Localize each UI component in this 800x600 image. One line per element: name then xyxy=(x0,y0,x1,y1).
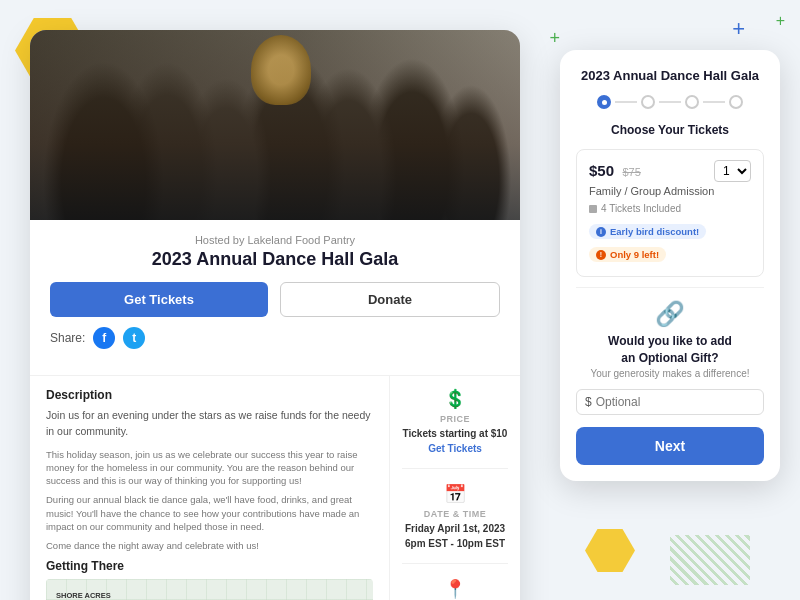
event-sidebar-info: 💲 PRICE Tickets starting at $10 Get Tick… xyxy=(390,376,520,600)
location-icon: 📍 xyxy=(444,578,466,600)
share-row: Share: f t xyxy=(50,327,500,349)
location-info-block: 📍 LOCATION xyxy=(402,578,508,600)
ticket-included-dot xyxy=(589,205,597,213)
ticket-included-label: 4 Tickets Included xyxy=(601,203,681,214)
share-label: Share: xyxy=(50,331,85,345)
map-placeholder: SHORE ACRES NORTH LAKE WIRE PARKER STREE… xyxy=(46,579,373,600)
donate-button[interactable]: Donate xyxy=(280,282,500,317)
step-3 xyxy=(685,95,699,109)
date-label: DATE & TIME xyxy=(424,509,486,519)
description-text-2: This holiday season, join us as we celeb… xyxy=(46,448,373,488)
step-2 xyxy=(641,95,655,109)
step-line-3 xyxy=(703,101,725,103)
plus-top-center: + xyxy=(549,28,560,49)
gift-title-line2: an Optional Gift? xyxy=(576,351,764,365)
facebook-share-icon[interactable]: f xyxy=(93,327,115,349)
ticket-panel-title: 2023 Annual Dance Hall Gala xyxy=(576,68,764,83)
date-info-block: 📅 DATE & TIME Friday April 1st, 2023 6pm… xyxy=(402,483,508,549)
ticket-item: $50 $75 1 2 3 4 Family / Group Admission… xyxy=(576,149,764,277)
ticket-quantity-select[interactable]: 1 2 3 4 xyxy=(714,160,751,182)
gift-subtitle: Your generosity makes a difference! xyxy=(576,368,764,379)
getting-there-title: Getting There xyxy=(46,559,373,573)
event-hero-image xyxy=(30,30,520,220)
ticket-price-display: $50 $75 xyxy=(589,162,641,180)
twitter-share-icon[interactable]: t xyxy=(123,327,145,349)
step-1 xyxy=(597,95,611,109)
step-line-2 xyxy=(659,101,681,103)
limited-badge: ! Only 9 left! xyxy=(589,247,666,262)
gift-title-line1: Would you like to add xyxy=(576,334,764,348)
stripe-bottom-right xyxy=(670,535,750,585)
gift-amount-input[interactable] xyxy=(596,395,755,409)
gift-input-wrap: $ xyxy=(576,389,764,415)
info-divider-2 xyxy=(402,563,508,564)
gift-icon: 🔗 xyxy=(576,300,764,328)
event-info-section: Hosted by Lakeland Food Pantry 2023 Annu… xyxy=(30,220,520,375)
time-value: 6pm EST - 10pm EST xyxy=(405,538,505,549)
description-text-4: Come dance the night away and celebrate … xyxy=(46,539,373,552)
ticket-price-row: $50 $75 1 2 3 4 xyxy=(589,160,751,182)
hosted-by-label: Hosted by Lakeland Food Pantry xyxy=(50,234,500,246)
info-divider-1 xyxy=(402,468,508,469)
ticket-name: Family / Group Admission xyxy=(589,185,751,197)
map-label-shore-acres: SHORE ACRES xyxy=(56,591,111,600)
gift-dollar-sign: $ xyxy=(585,395,592,409)
date-value: Friday April 1st, 2023 xyxy=(405,523,505,534)
hex-yellow-bottom-right xyxy=(585,529,635,572)
step-line-1 xyxy=(615,101,637,103)
ticket-price-old: $75 xyxy=(622,166,640,178)
get-tickets-button[interactable]: Get Tickets xyxy=(50,282,268,317)
limited-icon: ! xyxy=(596,250,606,260)
ticket-price-new: $50 xyxy=(589,162,614,179)
event-body: Description Join us for an evening under… xyxy=(30,375,520,600)
event-title: 2023 Annual Dance Hall Gala xyxy=(50,249,500,270)
price-info-block: 💲 PRICE Tickets starting at $10 Get Tick… xyxy=(402,388,508,454)
price-icon: 💲 xyxy=(444,388,466,410)
early-bird-badge: i Early bird discount! xyxy=(589,224,706,239)
hero-floral-decoration xyxy=(251,35,311,105)
plus-top-right-1: + xyxy=(732,18,745,40)
early-bird-icon: i xyxy=(596,227,606,237)
description-title: Description xyxy=(46,388,373,402)
date-icon: 📅 xyxy=(444,483,466,505)
ticket-panel: 2023 Annual Dance Hall Gala Choose Your … xyxy=(560,50,780,481)
description-text-3: During our annual black tie dance gala, … xyxy=(46,493,373,533)
event-card: Hosted by Lakeland Food Pantry 2023 Annu… xyxy=(30,30,520,600)
event-actions: Get Tickets Donate xyxy=(50,282,500,317)
progress-steps xyxy=(576,95,764,109)
optional-gift-section: 🔗 Would you like to add an Optional Gift… xyxy=(576,287,764,465)
next-button[interactable]: Next xyxy=(576,427,764,465)
price-value: Tickets starting at $10 xyxy=(403,428,508,439)
ticket-badges: i Early bird discount! ! Only 9 left! xyxy=(589,220,751,266)
ticket-included-row: 4 Tickets Included xyxy=(589,203,751,214)
plus-top-right-2: + xyxy=(776,12,785,30)
price-label: PRICE xyxy=(440,414,470,424)
event-description-section: Description Join us for an evening under… xyxy=(30,376,390,600)
price-get-tickets-link[interactable]: Get Tickets xyxy=(428,443,482,454)
step-4 xyxy=(729,95,743,109)
description-text-1: Join us for an evening under the stars a… xyxy=(46,408,373,440)
panel-section-title: Choose Your Tickets xyxy=(576,123,764,137)
